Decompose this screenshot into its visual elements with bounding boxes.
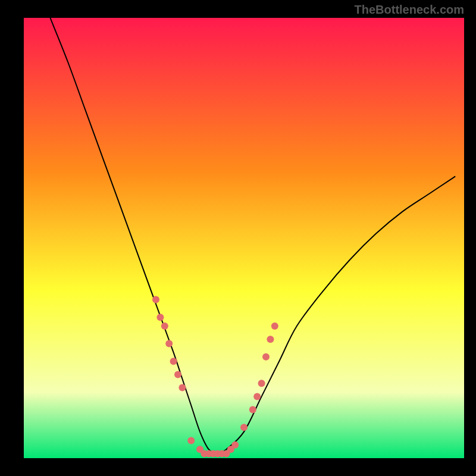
- data-point: [152, 296, 159, 303]
- data-point: [156, 314, 164, 321]
- bottleneck-chart: [24, 18, 464, 458]
- data-point: [178, 384, 186, 392]
- data-point: [267, 336, 274, 343]
- data-point: [271, 322, 278, 330]
- data-point: [174, 371, 181, 378]
- gradient-background: [24, 18, 464, 458]
- data-point: [249, 406, 256, 414]
- watermark-text: TheBottleneck.com: [355, 3, 464, 17]
- data-point: [258, 380, 265, 387]
- data-point: [262, 353, 270, 361]
- data-point: [231, 441, 239, 449]
- data-point: [170, 358, 177, 365]
- data-point: [253, 393, 261, 400]
- data-point: [161, 322, 168, 330]
- data-point: [187, 437, 195, 444]
- data-point: [240, 424, 248, 431]
- data-point: [165, 340, 173, 347]
